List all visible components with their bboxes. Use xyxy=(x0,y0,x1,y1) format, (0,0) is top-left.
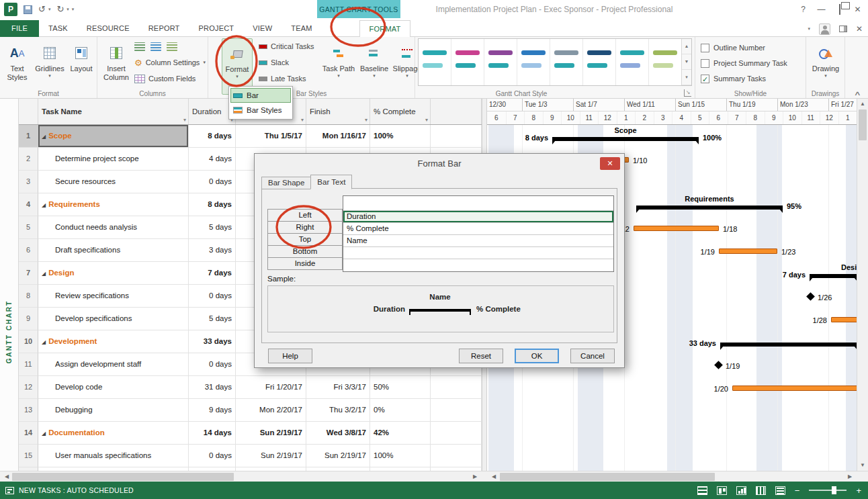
tab-view[interactable]: VIEW xyxy=(243,20,281,37)
filter-arrow-icon[interactable]: ▾ xyxy=(183,117,186,123)
chart-scroll-left-icon[interactable]: ◀ xyxy=(488,472,499,482)
row-id-cell[interactable]: 13 xyxy=(19,399,38,422)
start-cell[interactable]: Fri 1/20/17 xyxy=(236,376,306,399)
task-bar-row-9[interactable] xyxy=(831,317,857,322)
view-resource-sheet-icon[interactable] xyxy=(756,486,766,495)
gantt-style-option-4[interactable] xyxy=(517,39,550,85)
baseline-button[interactable]: Baseline ▾ xyxy=(359,38,390,95)
close-window-icon[interactable]: ✕ xyxy=(856,24,863,34)
task-path-button[interactable]: Task Path ▾ xyxy=(320,38,357,95)
duration-cell[interactable]: 31 days xyxy=(189,376,236,399)
tab-file[interactable]: FILE xyxy=(0,20,39,37)
task-name-cell[interactable]: Secure resources xyxy=(38,171,189,193)
header-id[interactable] xyxy=(19,99,38,124)
zoom-slider-thumb[interactable] xyxy=(832,486,836,494)
finish-cell[interactable]: Fri 3/3/17 xyxy=(306,376,370,399)
menu-item-bar-styles[interactable]: Bar Styles xyxy=(230,103,291,118)
gantt-style-option-6[interactable] xyxy=(583,39,616,85)
duration-cell[interactable]: 5 days xyxy=(189,308,236,330)
duration-cell[interactable]: 8 days xyxy=(189,125,236,148)
duration-cell[interactable]: 0 days xyxy=(189,445,236,467)
duration-cell[interactable]: 8 days xyxy=(189,193,236,216)
task-name-cell[interactable]: ◢Design xyxy=(38,262,189,285)
late-tasks-toggle[interactable]: Late Tasks xyxy=(257,72,308,85)
scroll-up-icon[interactable]: ▲ xyxy=(857,99,868,109)
header-complete[interactable]: % Complete▾ xyxy=(370,99,431,124)
gantt-style-option-2[interactable] xyxy=(451,39,484,85)
row-id-cell[interactable]: 1 xyxy=(19,125,38,148)
header-task-name[interactable]: Task Name▾ xyxy=(38,99,189,124)
start-cell[interactable]: Mon 2/20/17 xyxy=(236,399,306,422)
bar-text-field-header[interactable] xyxy=(343,196,613,211)
zoom-slider[interactable] xyxy=(809,490,847,491)
view-task-usage-icon[interactable] xyxy=(717,486,727,495)
gallery-scroll-up-icon[interactable]: ▲ xyxy=(682,39,691,54)
row-id-cell[interactable]: 15 xyxy=(19,445,38,467)
chart-scroll-right-icon[interactable]: ▶ xyxy=(844,472,855,482)
summary-bar-row-1[interactable] xyxy=(552,137,699,141)
pct-complete-cell[interactable]: 100% xyxy=(370,125,431,148)
finish-cell[interactable]: Mon 1/16/17 xyxy=(306,125,370,148)
filter-arrow-icon[interactable]: ▾ xyxy=(301,117,304,123)
task-name-cell[interactable]: Determine project scope xyxy=(38,148,189,171)
row-id-cell[interactable]: 9 xyxy=(19,308,38,330)
expand-icon[interactable]: ◢ xyxy=(42,271,46,277)
duration-cell[interactable]: 3 days xyxy=(189,239,236,262)
gantt-style-option-8[interactable] xyxy=(649,39,682,85)
gridlines-button[interactable]: Gridlines ▾ xyxy=(34,38,66,95)
duration-cell[interactable]: 0 days xyxy=(189,171,236,193)
table-scroll-right-icon[interactable]: ▶ xyxy=(470,472,480,482)
summary-bar-row-7[interactable] xyxy=(810,274,857,278)
milestone-icon-row-8[interactable] xyxy=(806,292,815,301)
row-id-cell[interactable]: 7 xyxy=(19,262,38,285)
task-bar-row-5[interactable] xyxy=(634,226,719,231)
finish-cell[interactable]: Wed 3/8/17 xyxy=(306,422,370,445)
zoom-in-icon[interactable]: + xyxy=(856,486,861,496)
redo-icon[interactable]: ↻ xyxy=(56,5,64,14)
task-name-cell[interactable]: Develop specifications xyxy=(38,308,189,330)
row-id-cell[interactable]: 10 xyxy=(19,330,38,353)
bar-text-field-top[interactable]: Name xyxy=(343,235,613,247)
expand-icon[interactable]: ◢ xyxy=(42,339,46,345)
gantt-style-option-1[interactable] xyxy=(419,39,451,85)
bar-text-field-inside[interactable] xyxy=(343,259,613,271)
drawing-button[interactable]: Drawing ▾ xyxy=(809,38,842,95)
task-mode-status[interactable]: NEW TASKS : AUTO SCHEDULED xyxy=(5,486,134,494)
dialog-tab-bar-shape[interactable]: Bar Shape xyxy=(261,177,311,189)
start-cell[interactable]: Sun 2/19/17 xyxy=(236,445,306,467)
slack-toggle[interactable]: Slack xyxy=(257,56,291,69)
gallery-more-icon[interactable]: ▾ xyxy=(682,70,691,85)
table-scroll-left-icon[interactable]: ◀ xyxy=(1,472,12,482)
help-button[interactable]: ? xyxy=(794,0,812,19)
critical-tasks-toggle[interactable]: Critical Tasks xyxy=(257,40,316,53)
filter-arrow-icon[interactable]: ▾ xyxy=(425,117,428,123)
task-name-cell[interactable]: User manuals specifications xyxy=(38,445,189,467)
gantt-style-option-3[interactable] xyxy=(484,39,517,85)
position-label-top[interactable]: Top xyxy=(267,233,343,246)
task-name-cell[interactable]: Assign development staff xyxy=(38,353,189,376)
vertical-scroll-thumb[interactable] xyxy=(859,109,867,140)
save-icon[interactable] xyxy=(24,5,32,14)
pct-complete-cell[interactable]: 100% xyxy=(370,445,431,467)
position-label-left[interactable]: Left xyxy=(267,209,343,222)
checkbox-outline-number[interactable]: Outline Number xyxy=(701,41,787,54)
undo-dropdown-icon[interactable]: ▾ xyxy=(48,7,51,12)
expand-icon[interactable]: ◢ xyxy=(42,134,46,140)
task-name-cell[interactable]: ◢Development xyxy=(38,330,189,353)
start-cell[interactable]: Sun 2/19/17 xyxy=(236,422,306,445)
tab-report[interactable]: REPORT xyxy=(139,20,189,37)
gallery-scroll-down-icon[interactable]: ▼ xyxy=(682,54,691,70)
reset-button[interactable]: Reset xyxy=(459,349,503,363)
tab-team[interactable]: TEAM xyxy=(281,20,321,37)
gantt-style-option-5[interactable] xyxy=(550,39,583,85)
expand-icon[interactable]: ◢ xyxy=(42,430,46,437)
view-gantt-icon[interactable] xyxy=(697,486,707,495)
user-avatar[interactable] xyxy=(819,24,830,35)
pct-complete-cell[interactable]: 50% xyxy=(370,376,431,399)
duration-cell[interactable]: 0 days xyxy=(189,285,236,308)
custom-fields-button[interactable]: Custom Fields xyxy=(132,72,198,85)
column-settings-button[interactable]: ⚙ Column Settings ▾ xyxy=(132,56,208,69)
task-name-cell[interactable]: ◢Scope xyxy=(38,125,189,148)
summary-bar-row-4[interactable] xyxy=(636,206,783,210)
align-center-icon[interactable] xyxy=(150,42,161,51)
